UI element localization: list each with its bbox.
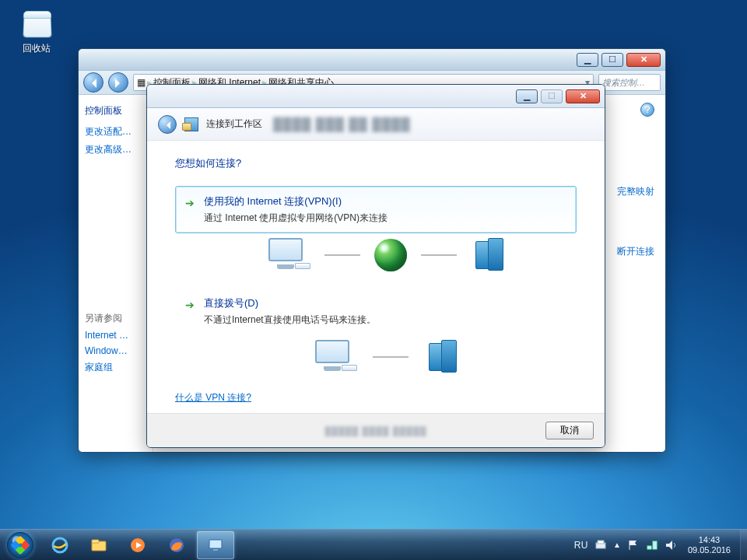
close-button[interactable] bbox=[626, 53, 661, 67]
tray-volume-icon[interactable] bbox=[665, 539, 677, 551]
wizard-minimize-button[interactable] bbox=[516, 89, 538, 103]
breadcrumb-icon: ▦ bbox=[137, 77, 146, 88]
option-dial-title: 直接拨号(D) bbox=[204, 296, 565, 310]
wizard-title-extra: ████ ███ ██ ████ bbox=[273, 117, 411, 131]
arrow-right-icon: ➔ bbox=[185, 299, 195, 311]
option-dial-desc: 不通过Internet直接使用电话号码来连接。 bbox=[204, 313, 565, 327]
wizard-back-button[interactable] bbox=[158, 115, 177, 134]
cp-titlebar[interactable] bbox=[79, 49, 665, 71]
svg-marker-12 bbox=[666, 541, 672, 550]
sidebar-link-advanced[interactable]: 更改高级… bbox=[85, 143, 146, 156]
maximize-button[interactable] bbox=[601, 53, 623, 67]
see-also-header: 另请参阅 bbox=[85, 312, 146, 325]
search-placeholder: 搜索控制… bbox=[602, 77, 645, 89]
vpn-diagram bbox=[198, 238, 577, 272]
wizard-title: 连接到工作区 bbox=[206, 117, 262, 131]
computer-icon bbox=[268, 238, 310, 272]
svg-rect-9 bbox=[598, 541, 604, 544]
svg-rect-2 bbox=[92, 540, 99, 543]
tray-clock[interactable]: 14:43 09.05.2016 bbox=[683, 535, 735, 555]
recycle-bin-icon bbox=[21, 8, 52, 39]
tray-network-icon[interactable] bbox=[646, 539, 658, 551]
footer-blurred-text: █████ ████ █████ bbox=[147, 426, 605, 436]
start-button[interactable] bbox=[0, 530, 40, 561]
see-also-windows[interactable]: Window… bbox=[85, 345, 146, 356]
svg-rect-10 bbox=[647, 546, 651, 549]
svg-rect-11 bbox=[653, 541, 657, 549]
nav-back-button[interactable] bbox=[83, 72, 103, 93]
minimize-button[interactable] bbox=[577, 53, 598, 67]
tray-time: 14:43 bbox=[688, 535, 731, 545]
option-vpn[interactable]: ➔ 使用我的 Internet 连接(VPN)(I) 通过 Internet 使… bbox=[175, 186, 577, 233]
tray-chevron-up-icon[interactable]: ▲ bbox=[613, 541, 621, 549]
tray-flag-icon[interactable] bbox=[627, 539, 640, 551]
taskbar-firefox[interactable] bbox=[158, 531, 195, 559]
servers-icon bbox=[471, 238, 507, 272]
see-also-internet[interactable]: Internet … bbox=[85, 330, 146, 341]
recycle-bin-label: 回收站 bbox=[14, 42, 59, 55]
taskbar: RU ▲ 14:43 09.05.2016 bbox=[0, 529, 747, 560]
dial-diagram bbox=[198, 340, 577, 374]
svg-rect-6 bbox=[209, 540, 222, 548]
taskbar-explorer[interactable] bbox=[80, 531, 117, 559]
servers-icon bbox=[424, 340, 460, 374]
cp-link-fullmap[interactable]: 完整映射 bbox=[617, 185, 654, 198]
nav-forward-button[interactable] bbox=[108, 72, 128, 93]
link-what-is-vpn[interactable]: 什么是 VPN 连接? bbox=[175, 392, 251, 403]
help-icon[interactable]: ? bbox=[640, 103, 654, 117]
taskbar-media-player[interactable] bbox=[119, 531, 156, 559]
taskbar-ie[interactable] bbox=[41, 531, 79, 559]
tray-lang[interactable]: RU bbox=[574, 540, 588, 551]
taskbar-control-panel[interactable] bbox=[197, 531, 234, 559]
wizard-titlebar[interactable] bbox=[147, 85, 605, 108]
globe-icon bbox=[374, 239, 407, 271]
sidebar-link-adapters[interactable]: 更改适配… bbox=[85, 125, 146, 138]
sidebar-header: 控制面板 bbox=[85, 104, 146, 117]
see-also-homegroup[interactable]: 家庭组 bbox=[85, 361, 146, 374]
svg-rect-7 bbox=[213, 549, 218, 551]
computer-icon bbox=[315, 340, 357, 374]
option-dial[interactable]: ➔ 直接拨号(D) 不通过Internet直接使用电话号码来连接。 bbox=[175, 288, 577, 335]
windows-orb-icon bbox=[7, 532, 33, 558]
wizard-question: 您想如何连接? bbox=[175, 156, 577, 170]
tray-date: 09.05.2016 bbox=[688, 545, 731, 555]
desktop-recycle-bin[interactable]: 回收站 bbox=[14, 8, 59, 55]
tray-printer-icon[interactable] bbox=[594, 539, 607, 551]
cp-link-disconnect[interactable]: 断开连接 bbox=[617, 245, 654, 258]
option-vpn-desc: 通过 Internet 使用虚拟专用网络(VPN)来连接 bbox=[204, 212, 565, 225]
arrow-right-icon: ➔ bbox=[185, 197, 195, 209]
network-wizard-icon bbox=[184, 117, 198, 131]
wizard-close-button[interactable] bbox=[566, 89, 600, 103]
show-desktop-button[interactable] bbox=[740, 530, 747, 560]
connect-workplace-wizard: 连接到工作区 ████ ███ ██ ████ 您想如何连接? ➔ 使用我的 I… bbox=[146, 84, 605, 448]
search-input[interactable]: 搜索控制… bbox=[598, 74, 661, 91]
wizard-maximize-button[interactable] bbox=[541, 89, 563, 103]
option-vpn-title: 使用我的 Internet 连接(VPN)(I) bbox=[204, 194, 565, 208]
